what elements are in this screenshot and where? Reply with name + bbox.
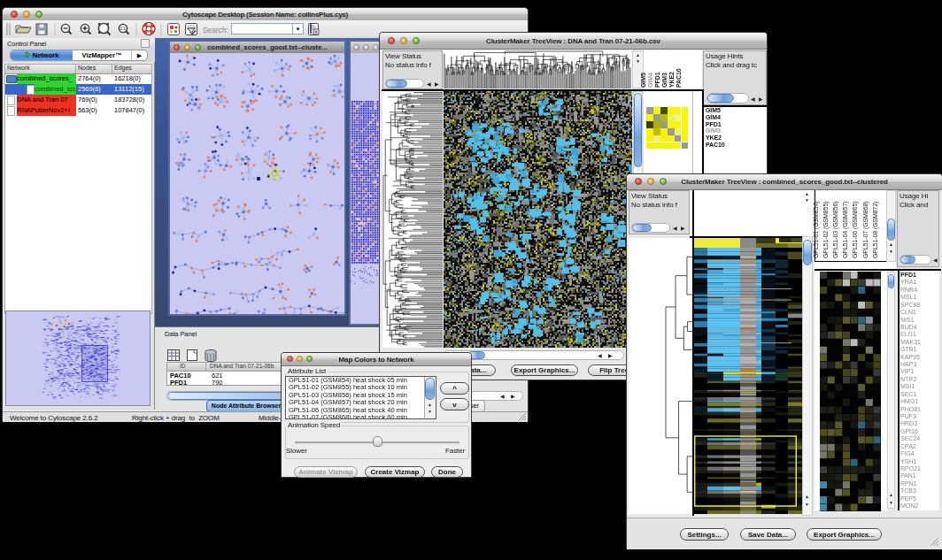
svg-text:1:1: 1:1	[120, 27, 127, 31]
